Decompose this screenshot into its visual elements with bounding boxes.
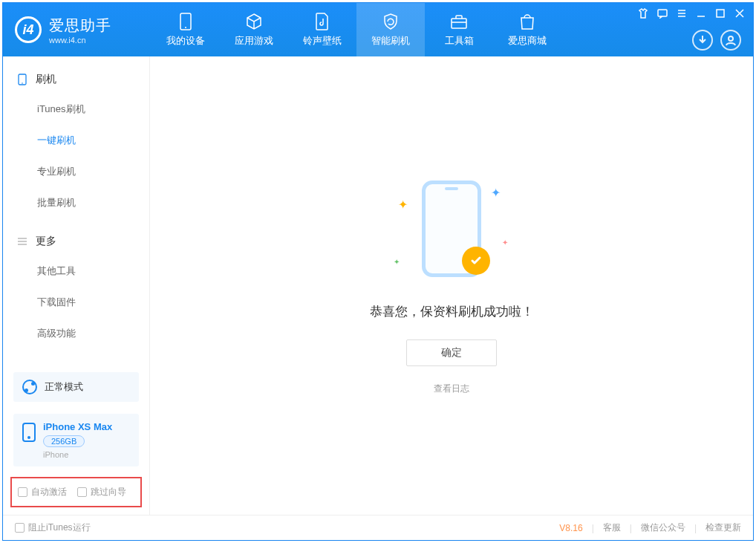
maximize-button[interactable] <box>714 7 726 19</box>
tab-my-device[interactable]: 我的设备 <box>151 3 220 56</box>
sparkle-icon: ✦ <box>398 198 408 212</box>
version-label: V8.16 <box>559 523 582 533</box>
success-message: 恭喜您，保资料刷机成功啦！ <box>370 303 534 320</box>
download-button[interactable] <box>692 30 713 51</box>
sidebar-item-advanced[interactable]: 高级功能 <box>3 318 149 349</box>
tab-flash[interactable]: 智能刷机 <box>356 3 425 56</box>
view-log-link[interactable]: 查看日志 <box>434 383 469 395</box>
sparkle-icon: ✦ <box>502 238 508 247</box>
body: 刷机 iTunes刷机 一键刷机 专业刷机 批量刷机 更多 其他工具 下载固件 … <box>3 56 753 515</box>
main-tabs: 我的设备 应用游戏 铃声壁纸 智能刷机 工具箱 爱思商城 <box>151 3 561 56</box>
sidebar-item-pro-flash[interactable]: 专业刷机 <box>3 156 149 187</box>
sidebar-item-firmware[interactable]: 下载固件 <box>3 287 149 318</box>
success-illustration: ✦ ✦ ✦ ✦ <box>392 177 511 288</box>
svg-rect-4 <box>717 10 724 17</box>
feedback-icon[interactable] <box>656 7 668 19</box>
minimize-button[interactable] <box>695 7 707 19</box>
app-window: i4 爱思助手 www.i4.cn 我的设备 应用游戏 铃声壁纸 智能刷机 <box>2 2 754 541</box>
checkbox-auto-activate[interactable]: 自动激活 <box>18 486 67 498</box>
svg-point-1 <box>185 27 186 28</box>
menu-icon[interactable] <box>676 7 688 19</box>
sidebar-header-flash: 刷机 <box>3 65 149 94</box>
sparkle-icon: ✦ <box>491 186 501 200</box>
shirt-icon[interactable] <box>637 7 649 19</box>
app-name: 爱思助手 <box>49 16 111 36</box>
footer: 阻止iTunes运行 V8.16 | 客服 | 微信公众号 | 检查更新 <box>3 515 753 540</box>
cube-icon <box>245 12 263 31</box>
svg-point-5 <box>729 36 733 41</box>
check-update-link[interactable]: 检查更新 <box>706 521 741 534</box>
sidebar: 刷机 iTunes刷机 一键刷机 专业刷机 批量刷机 更多 其他工具 下载固件 … <box>3 56 150 515</box>
svg-point-7 <box>22 82 23 84</box>
checkbox-icon <box>18 487 27 497</box>
window-controls <box>637 7 746 19</box>
app-url: www.i4.cn <box>49 36 111 45</box>
tab-store[interactable]: 爱思商城 <box>493 3 561 56</box>
header: i4 爱思助手 www.i4.cn 我的设备 应用游戏 铃声壁纸 智能刷机 <box>3 3 753 56</box>
check-badge-icon <box>462 247 490 275</box>
refresh-shield-icon <box>382 12 400 31</box>
sidebar-item-other-tools[interactable]: 其他工具 <box>3 256 149 287</box>
checkbox-icon <box>77 487 87 497</box>
sidebar-section-flash: 刷机 iTunes刷机 一键刷机 专业刷机 批量刷机 <box>3 56 149 218</box>
checkbox-block-itunes[interactable]: 阻止iTunes运行 <box>15 521 91 534</box>
mode-icon <box>22 380 37 394</box>
sidebar-item-itunes-flash[interactable]: iTunes刷机 <box>3 94 149 125</box>
header-actions <box>692 30 741 51</box>
bag-icon <box>519 12 535 31</box>
device-type: iPhone <box>43 450 112 459</box>
tab-ringtone[interactable]: 铃声壁纸 <box>288 3 356 56</box>
checkbox-icon <box>15 523 25 533</box>
checkbox-skip-guide[interactable]: 跳过向导 <box>77 486 126 498</box>
device-icon <box>22 423 36 442</box>
device-card[interactable]: iPhone XS Max 256GB iPhone <box>13 414 139 466</box>
svg-rect-3 <box>658 10 667 16</box>
device-icon <box>179 12 192 31</box>
user-button[interactable] <box>720 30 741 51</box>
svg-rect-2 <box>452 19 466 28</box>
logo[interactable]: i4 爱思助手 www.i4.cn <box>3 16 151 45</box>
close-button[interactable] <box>734 7 746 19</box>
tab-toolbox[interactable]: 工具箱 <box>425 3 493 56</box>
sidebar-item-oneclick-flash[interactable]: 一键刷机 <box>3 125 149 156</box>
list-icon <box>16 235 28 247</box>
footer-right: V8.16 | 客服 | 微信公众号 | 检查更新 <box>559 521 741 534</box>
main-content: ✦ ✦ ✦ ✦ 恭喜您，保资料刷机成功啦！ 确定 查看日志 <box>150 56 753 515</box>
mode-label: 正常模式 <box>45 380 83 394</box>
device-storage: 256GB <box>43 435 85 447</box>
music-file-icon <box>315 12 330 31</box>
mode-card[interactable]: 正常模式 <box>13 372 139 402</box>
highlighted-options: 自动激活 跳过向导 <box>10 477 142 507</box>
support-link[interactable]: 客服 <box>603 521 621 534</box>
sidebar-section-more: 更多 其他工具 下载固件 高级功能 <box>3 218 149 349</box>
device-name: iPhone XS Max <box>43 421 112 432</box>
ok-button[interactable]: 确定 <box>406 339 497 366</box>
logo-icon: i4 <box>15 16 42 43</box>
toolbox-icon <box>450 12 468 31</box>
sidebar-item-batch-flash[interactable]: 批量刷机 <box>3 187 149 218</box>
wechat-link[interactable]: 微信公众号 <box>641 521 685 534</box>
sparkle-icon: ✦ <box>394 258 400 266</box>
tab-apps[interactable]: 应用游戏 <box>220 3 288 56</box>
phone-icon <box>16 74 28 85</box>
sidebar-header-more: 更多 <box>3 227 149 256</box>
